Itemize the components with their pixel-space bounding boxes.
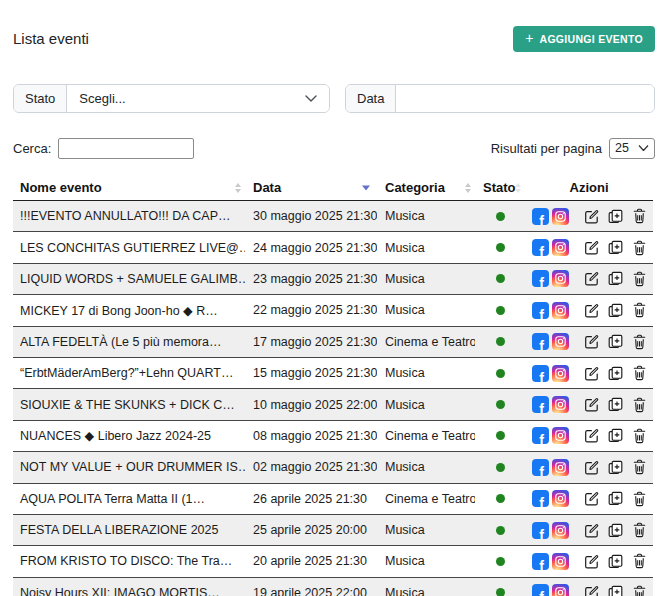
facebook-icon[interactable]: f bbox=[532, 333, 549, 350]
duplicate-icon[interactable] bbox=[608, 491, 623, 506]
delete-icon[interactable] bbox=[632, 334, 647, 350]
facebook-icon[interactable]: f bbox=[532, 459, 549, 476]
duplicate-icon[interactable] bbox=[608, 554, 623, 569]
search-input[interactable] bbox=[58, 138, 194, 159]
facebook-icon[interactable]: f bbox=[532, 427, 549, 444]
duplicate-icon[interactable] bbox=[608, 334, 623, 349]
delete-icon[interactable] bbox=[632, 397, 647, 413]
column-header-data[interactable]: Data bbox=[245, 175, 377, 201]
duplicate-icon[interactable] bbox=[608, 366, 623, 381]
event-date: 17 maggio 2025 21:30 bbox=[245, 326, 377, 357]
edit-icon[interactable] bbox=[584, 366, 599, 381]
table-row: NOT MY VALUE + OUR DRUMMER IS… 02 maggio… bbox=[13, 452, 653, 483]
delete-icon[interactable] bbox=[632, 522, 647, 538]
edit-icon[interactable] bbox=[584, 491, 599, 506]
delete-icon[interactable] bbox=[632, 585, 647, 596]
status-active-dot bbox=[496, 557, 505, 566]
edit-icon[interactable] bbox=[584, 585, 599, 596]
duplicate-icon[interactable] bbox=[608, 460, 623, 475]
event-actions-cell: f bbox=[525, 263, 653, 294]
edit-icon[interactable] bbox=[584, 240, 599, 255]
delete-icon[interactable] bbox=[632, 302, 647, 318]
delete-icon[interactable] bbox=[632, 459, 647, 475]
facebook-icon[interactable]: f bbox=[532, 270, 549, 287]
event-status-cell bbox=[475, 389, 525, 420]
facebook-icon[interactable]: f bbox=[532, 490, 549, 507]
event-date: 15 maggio 2025 21:30 bbox=[245, 357, 377, 388]
instagram-icon[interactable] bbox=[552, 208, 569, 225]
duplicate-icon[interactable] bbox=[608, 303, 623, 318]
edit-icon[interactable] bbox=[584, 397, 599, 412]
instagram-icon[interactable] bbox=[552, 302, 569, 319]
data-filter-input[interactable] bbox=[396, 85, 654, 112]
status-active-dot bbox=[496, 494, 505, 503]
event-status-cell bbox=[475, 263, 525, 294]
edit-icon[interactable] bbox=[584, 334, 599, 349]
facebook-icon[interactable]: f bbox=[532, 302, 549, 319]
duplicate-icon[interactable] bbox=[608, 240, 623, 255]
facebook-icon[interactable]: f bbox=[532, 208, 549, 225]
delete-icon[interactable] bbox=[632, 208, 647, 224]
instagram-icon[interactable] bbox=[552, 333, 569, 350]
delete-icon[interactable] bbox=[632, 491, 647, 507]
event-name: “ErbtMäderAmBerg?”+Lehn QUART… bbox=[13, 357, 245, 388]
facebook-icon[interactable]: f bbox=[532, 553, 549, 570]
instagram-icon[interactable] bbox=[552, 522, 569, 539]
event-actions-cell: f bbox=[525, 201, 653, 232]
event-date: 24 maggio 2025 21:30 bbox=[245, 232, 377, 263]
status-active-dot bbox=[496, 243, 505, 252]
instagram-icon[interactable] bbox=[552, 396, 569, 413]
delete-icon[interactable] bbox=[632, 240, 647, 256]
per-page-select[interactable]: 25 bbox=[609, 138, 655, 159]
duplicate-icon[interactable] bbox=[608, 397, 623, 412]
column-header-stato[interactable]: Stato bbox=[475, 175, 525, 201]
instagram-icon[interactable] bbox=[552, 239, 569, 256]
edit-icon[interactable] bbox=[584, 271, 599, 286]
event-date: 19 aprile 2025 22:00 bbox=[245, 577, 377, 596]
event-status-cell bbox=[475, 483, 525, 514]
instagram-icon[interactable] bbox=[552, 553, 569, 570]
instagram-icon[interactable] bbox=[552, 459, 569, 476]
status-active-dot bbox=[496, 588, 505, 596]
edit-icon[interactable] bbox=[584, 554, 599, 569]
data-filter-label: Data bbox=[346, 85, 396, 112]
stato-filter-value: Scegli... bbox=[79, 91, 125, 106]
event-category: Musica bbox=[377, 263, 475, 294]
edit-icon[interactable] bbox=[584, 303, 599, 318]
edit-icon[interactable] bbox=[584, 523, 599, 538]
duplicate-icon[interactable] bbox=[608, 209, 623, 224]
event-category: Musica bbox=[377, 452, 475, 483]
event-actions-cell: f bbox=[525, 420, 653, 451]
duplicate-icon[interactable] bbox=[608, 585, 623, 596]
facebook-icon[interactable]: f bbox=[532, 522, 549, 539]
edit-icon[interactable] bbox=[584, 209, 599, 224]
instagram-icon[interactable] bbox=[552, 365, 569, 382]
instagram-icon[interactable] bbox=[552, 270, 569, 287]
facebook-icon[interactable]: f bbox=[532, 239, 549, 256]
duplicate-icon[interactable] bbox=[608, 428, 623, 443]
event-category: Musica bbox=[377, 357, 475, 388]
event-date: 02 maggio 2025 21:30 bbox=[245, 452, 377, 483]
duplicate-icon[interactable] bbox=[608, 271, 623, 286]
delete-icon[interactable] bbox=[632, 365, 647, 381]
column-header-categoria[interactable]: Categoria bbox=[377, 175, 475, 201]
delete-icon[interactable] bbox=[632, 428, 647, 444]
chevron-down-icon bbox=[638, 145, 649, 151]
instagram-icon[interactable] bbox=[552, 584, 569, 596]
event-list-page: Lista eventi + AGGIUNGI EVENTO Stato Sce… bbox=[0, 0, 666, 596]
stato-filter-select[interactable]: Scegli... bbox=[67, 85, 329, 112]
duplicate-icon[interactable] bbox=[608, 523, 623, 538]
event-name: Noisy Hours XII: IMAGO MORTIS… bbox=[13, 577, 245, 596]
facebook-icon[interactable]: f bbox=[532, 396, 549, 413]
facebook-icon[interactable]: f bbox=[532, 584, 549, 596]
instagram-icon[interactable] bbox=[552, 490, 569, 507]
add-event-button[interactable]: + AGGIUNGI EVENTO bbox=[513, 26, 655, 52]
table-row: LES CONCHITAS GUTIERREZ LIVE@… 24 maggio… bbox=[13, 232, 653, 263]
delete-icon[interactable] bbox=[632, 271, 647, 287]
edit-icon[interactable] bbox=[584, 428, 599, 443]
edit-icon[interactable] bbox=[584, 460, 599, 475]
instagram-icon[interactable] bbox=[552, 427, 569, 444]
facebook-icon[interactable]: f bbox=[532, 365, 549, 382]
delete-icon[interactable] bbox=[632, 553, 647, 569]
column-header-nome-evento[interactable]: Nome evento bbox=[13, 175, 245, 201]
